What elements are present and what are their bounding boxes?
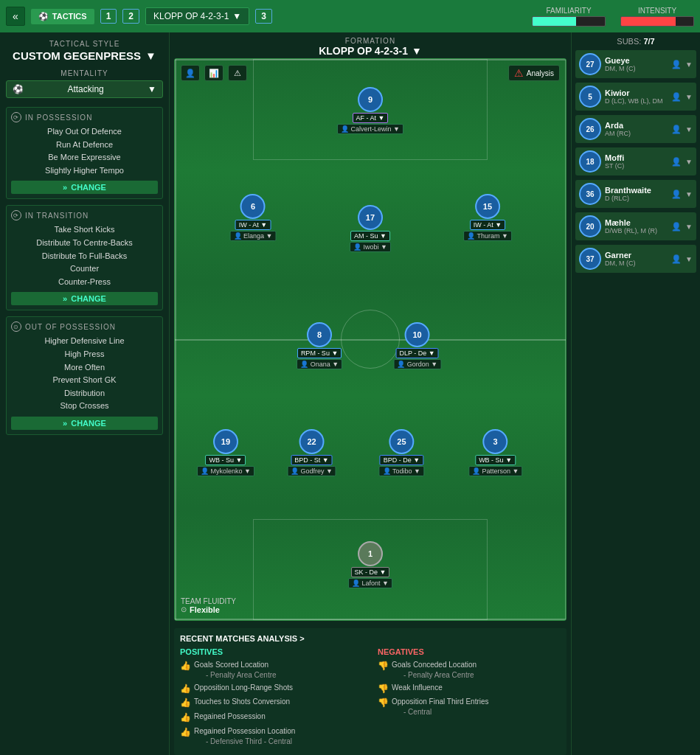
bar-chart-icon-btn[interactable]: 📊 bbox=[204, 65, 223, 81]
positive-icon: 👍 bbox=[180, 660, 191, 672]
player-icon-btn[interactable]: 👤 bbox=[181, 65, 200, 81]
tactical-style-label: TACTICAL STYLE bbox=[6, 40, 163, 48]
player-role-cb-l[interactable]: BPD - St ▼ bbox=[291, 455, 332, 465]
player-role-lb[interactable]: WB - Su ▼ bbox=[205, 455, 246, 465]
sub-badge-kiwior: 5 bbox=[579, 86, 601, 108]
sub-player-gueye[interactable]: 27 Gueye DM, M (C) 👤 ▼ bbox=[575, 50, 696, 78]
alert-icon-btn[interactable]: ⚠ bbox=[228, 65, 247, 81]
list-item: Counter bbox=[11, 262, 158, 276]
player-cb-l: 22 BPD - St ▼ 👤 Godfrey ▼ bbox=[287, 429, 336, 476]
player-role-am[interactable]: AM - Su ▼ bbox=[350, 231, 390, 241]
intensity-bar-group: INTENSITY bbox=[620, 7, 694, 27]
tab-2[interactable]: 2 bbox=[122, 9, 139, 24]
intensity-fill bbox=[621, 17, 676, 26]
player-name-gk[interactable]: 👤 Lafont ▼ bbox=[348, 578, 392, 588]
player-name-lb[interactable]: 👤 Mykolenko ▼ bbox=[197, 466, 254, 476]
list-item: 👎 Goals Conceded Location- Penalty Area … bbox=[378, 660, 561, 681]
player-name-lw[interactable]: 👤 Elanga ▼ bbox=[230, 231, 277, 241]
tab-3[interactable]: 3 bbox=[255, 9, 272, 24]
list-item: 👎 Weak Influence bbox=[378, 683, 561, 695]
player-role-cm-r[interactable]: DLP - De ▼ bbox=[395, 348, 438, 358]
formation-header: FORMATION KLOPP OP 4-2-3-1 ▼ bbox=[174, 32, 566, 58]
list-item: 👍 Regained Possession Location- Defensiv… bbox=[180, 726, 363, 747]
player-role-gk[interactable]: SK - De ▼ bbox=[351, 567, 390, 577]
stats-bars: FAMILIARITY INTENSITY bbox=[532, 7, 694, 27]
sub-avatar-icon: 👤 bbox=[671, 157, 682, 167]
player-role-cm-l[interactable]: RPM - Su ▼ bbox=[297, 348, 342, 358]
pitch-tool-icons: 👤 📊 ⚠ bbox=[181, 65, 247, 81]
in-possession-items: Play Out Of Defence Run At Defence Be Mo… bbox=[11, 125, 158, 177]
list-item: Run At Defence bbox=[11, 139, 158, 152]
sub-badge-branthwaite: 36 bbox=[579, 183, 601, 205]
sub-badge-arda: 26 bbox=[579, 118, 601, 140]
player-role-rw[interactable]: IW - At ▼ bbox=[470, 220, 505, 230]
team-fluidity-value: Flexible bbox=[190, 605, 220, 614]
sub-chevron-icon: ▼ bbox=[685, 60, 693, 69]
player-am: 17 AM - Su ▼ 👤 Iwobi ▼ bbox=[350, 205, 391, 252]
list-item: Stop Crosses bbox=[11, 400, 158, 413]
sub-player-maehle[interactable]: 20 Mæhle D/WB (RL), M (R) 👤 ▼ bbox=[575, 212, 696, 240]
out-of-possession-change-button[interactable]: »CHANGE bbox=[11, 417, 158, 430]
player-name-cb-r[interactable]: 👤 Todibo ▼ bbox=[379, 466, 424, 476]
analysis-button[interactable]: ⚠ Analysis bbox=[508, 65, 560, 81]
center-panel: FORMATION KLOPP OP 4-2-3-1 ▼ 👤 📊 ⚠ bbox=[170, 32, 571, 755]
player-name-am[interactable]: 👤 Iwobi ▼ bbox=[350, 242, 391, 252]
sub-avatar-icon: 👤 bbox=[671, 222, 682, 232]
in-transition-change-button[interactable]: »CHANGE bbox=[11, 292, 158, 305]
player-name-cb-l[interactable]: 👤 Godfrey ▼ bbox=[287, 466, 336, 476]
negative-icon: 👎 bbox=[378, 660, 389, 672]
list-item: Be More Expressive bbox=[11, 151, 158, 164]
player-badge-am: 17 bbox=[358, 205, 383, 230]
list-item: 👎 Opposition Final Third Entries- Centra… bbox=[378, 697, 561, 717]
player-name-rb[interactable]: 👤 Patterson ▼ bbox=[468, 466, 522, 476]
player-lb: 19 WB - Su ▼ 👤 Mykolenko ▼ bbox=[197, 429, 254, 476]
chevron-down-icon-formation[interactable]: ▼ bbox=[412, 45, 422, 57]
sub-chevron-icon: ▼ bbox=[685, 223, 693, 231]
tactic-name-dropdown[interactable]: KLOPP OP 4-2-3-1 ▼ bbox=[145, 7, 249, 25]
player-name-st[interactable]: 👤 Calvert-Lewin ▼ bbox=[337, 124, 403, 134]
out-of-possession-section: ⊙ OUT OF POSSESSION Higher Defensive Lin… bbox=[6, 316, 163, 435]
positive-icon: 👍 bbox=[180, 683, 191, 695]
player-badge-lb: 19 bbox=[213, 429, 238, 454]
sub-player-garner[interactable]: 37 Garner DM, M (C) 👤 ▼ bbox=[575, 245, 696, 273]
list-item: Distribute To Centre-Backs bbox=[11, 237, 158, 250]
sub-player-moffi[interactable]: 18 Moffi ST (C) 👤 ▼ bbox=[575, 147, 696, 175]
in-possession-change-button[interactable]: »CHANGE bbox=[11, 181, 158, 194]
positives-column: POSITIVES 👍 Goals Scored Location- Penal… bbox=[180, 647, 363, 749]
list-item: Counter-Press bbox=[11, 276, 158, 289]
player-role-cb-r[interactable]: BPD - De ▼ bbox=[380, 455, 423, 465]
positive-icon: 👍 bbox=[180, 697, 191, 709]
player-cb-r: 25 BPD - De ▼ 👤 Todibo ▼ bbox=[379, 429, 424, 476]
chevron-down-icon-style[interactable]: ▼ bbox=[145, 49, 156, 62]
player-role-rb[interactable]: WB - Su ▼ bbox=[475, 455, 516, 465]
player-name-cm-l[interactable]: 👤 Onana ▼ bbox=[297, 359, 342, 369]
player-badge-rw: 15 bbox=[475, 194, 500, 219]
sub-chevron-icon: ▼ bbox=[685, 93, 693, 101]
mentality-dropdown[interactable]: ⚽ Attacking ▼ bbox=[6, 80, 163, 98]
in-transition-header: ⟳ IN TRANSITION bbox=[11, 210, 158, 220]
out-of-possession-header: ⊙ OUT OF POSSESSION bbox=[11, 321, 158, 332]
sub-player-branthwaite[interactable]: 36 Branthwaite D (RLC) 👤 ▼ bbox=[575, 180, 696, 208]
sub-badge-garner: 37 bbox=[579, 248, 601, 270]
sub-player-arda[interactable]: 26 Arda AM (RC) 👤 ▼ bbox=[575, 115, 696, 143]
player-role-st[interactable]: AF - At ▼ bbox=[353, 113, 389, 123]
negative-icon: 👎 bbox=[378, 697, 389, 709]
player-rb: 3 WB - Su ▼ 👤 Patterson ▼ bbox=[468, 429, 522, 476]
player-name-cm-r[interactable]: 👤 Gordon ▼ bbox=[393, 359, 441, 369]
player-role-lw[interactable]: IW - At ▼ bbox=[235, 220, 271, 230]
player-badge-cm-l: 8 bbox=[307, 322, 332, 347]
player-name-rw[interactable]: 👤 Thuram ▼ bbox=[463, 231, 512, 241]
tab-1[interactable]: 1 bbox=[100, 9, 117, 24]
intensity-bar bbox=[620, 16, 694, 27]
chevron-down-icon-mentality: ▼ bbox=[148, 84, 156, 94]
player-badge-cb-r: 25 bbox=[389, 429, 414, 454]
recent-matches-title[interactable]: RECENT MATCHES ANALYSIS > bbox=[180, 634, 561, 643]
back-button[interactable]: « bbox=[6, 7, 25, 26]
sub-chevron-icon: ▼ bbox=[685, 190, 693, 198]
list-item: 👍 Goals Scored Location- Penalty Area Ce… bbox=[180, 660, 363, 681]
list-item: Prevent Short GK bbox=[11, 374, 158, 387]
sub-player-kiwior[interactable]: 5 Kiwior D (LC), WB (L), DM 👤 ▼ bbox=[575, 83, 696, 111]
in-transition-section: ⟳ IN TRANSITION Take Short Kicks Distrib… bbox=[6, 205, 163, 310]
negatives-title: NEGATIVES bbox=[378, 647, 561, 656]
team-fluidity: TEAM FLUIDITY ⊙ Flexible bbox=[181, 597, 236, 614]
